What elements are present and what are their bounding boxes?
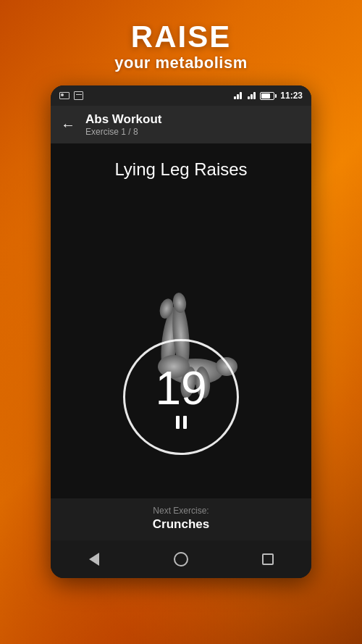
figure-timer-container: 19: [51, 180, 311, 498]
bottom-nav: [51, 540, 311, 578]
wifi-icon: [232, 92, 243, 99]
next-exercise-name: Crunches: [153, 517, 209, 532]
toolbar-subtitle: Exercise 1 / 8: [85, 127, 161, 137]
home-nav-button[interactable]: [163, 545, 199, 574]
pause-bar-right: [183, 416, 187, 429]
back-button[interactable]: ←: [61, 117, 75, 132]
battery-icon: [260, 92, 277, 100]
status-time: 11:23: [280, 91, 303, 101]
timer-circle[interactable]: 19: [123, 339, 239, 455]
headline-subtitle: your metabolism: [114, 54, 248, 72]
toolbar-title: Abs Workout: [85, 112, 161, 127]
calendar-notification-icon: [74, 91, 83, 100]
back-nav-icon: [89, 553, 99, 566]
toolbar: ← Abs Workout Exercise 1 / 8: [51, 106, 311, 143]
toolbar-title-block: Abs Workout Exercise 1 / 8: [85, 112, 161, 138]
back-nav-button[interactable]: [76, 545, 112, 574]
status-right-icons: 11:23: [232, 91, 303, 101]
pause-button[interactable]: [176, 416, 187, 429]
home-nav-icon: [174, 552, 188, 566]
headline-block: RAISE your metabolism: [114, 0, 248, 85]
image-notification-icon: [59, 92, 70, 99]
content-wrapper: RAISE your metabolism: [0, 0, 362, 644]
pause-bar-left: [176, 416, 180, 429]
signal-icon: [246, 92, 256, 99]
status-left-icons: [59, 91, 83, 100]
status-bar: 11:23: [51, 85, 311, 106]
workout-area: Lying Leg Raises: [51, 143, 311, 540]
headline-raise: RAISE: [114, 20, 248, 54]
phone-frame: 11:23 ← Abs Workout Exercise 1 / 8 Lying…: [51, 85, 311, 578]
recent-nav-button[interactable]: [250, 545, 286, 574]
next-exercise-section: Next Exercise: Crunches: [51, 498, 311, 540]
timer-number: 19: [155, 365, 206, 411]
exercise-name: Lying Leg Raises: [114, 159, 247, 180]
next-exercise-label: Next Exercise:: [153, 506, 209, 516]
recent-nav-icon: [262, 553, 274, 565]
